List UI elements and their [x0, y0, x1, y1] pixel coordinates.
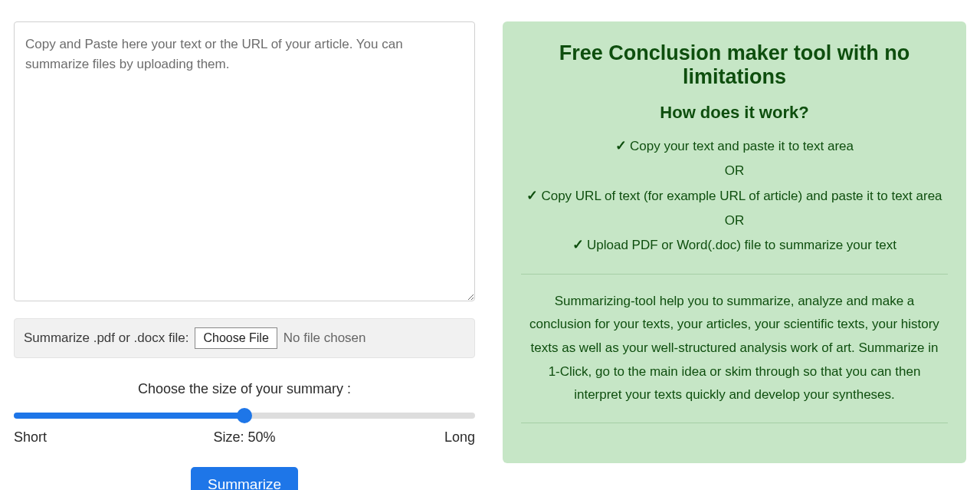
info-title: Free Conclusion maker tool with no limit… [521, 41, 948, 89]
file-status-text: No file chosen [284, 331, 366, 346]
summarize-button[interactable]: Summarize [191, 467, 298, 490]
info-step-2-text: Copy URL of text (for example URL of art… [541, 189, 942, 203]
slider-section: Choose the size of your summary : Short … [14, 381, 475, 446]
file-upload-label: Summarize .pdf or .docx file: [24, 331, 188, 346]
choose-file-button[interactable]: Choose File [195, 327, 277, 349]
check-icon: ✓ [615, 133, 627, 159]
info-divider [521, 274, 948, 275]
info-step-1: ✓Copy your text and paste it to text are… [521, 133, 948, 159]
info-divider-bottom [521, 423, 948, 423]
text-input[interactable] [14, 21, 475, 301]
info-step-3-text: Upload PDF or Word(.doc) file to summari… [587, 238, 896, 252]
slider-long-label: Long [444, 429, 475, 446]
info-description: Summarizing-tool help you to summarize, … [521, 290, 948, 407]
info-step-2: ✓Copy URL of text (for example URL of ar… [521, 183, 948, 209]
info-or-1: OR [521, 159, 948, 183]
info-step-1-text: Copy your text and paste it to text area [630, 139, 854, 153]
slider-labels: Short Size: 50% Long [14, 429, 475, 446]
info-step-3: ✓Upload PDF or Word(.doc) file to summar… [521, 232, 948, 258]
right-panel: Free Conclusion maker tool with no limit… [503, 21, 966, 490]
check-icon: ✓ [526, 183, 538, 209]
slider-size-label: Size: 50% [213, 429, 275, 446]
left-panel: Summarize .pdf or .docx file: Choose Fil… [14, 21, 475, 490]
slider-wrapper [14, 408, 475, 422]
info-box: Free Conclusion maker tool with no limit… [503, 21, 966, 463]
slider-title: Choose the size of your summary : [14, 381, 475, 397]
info-steps-list: ✓Copy your text and paste it to text are… [521, 133, 948, 258]
info-or-2: OR [521, 209, 948, 232]
check-icon: ✓ [572, 232, 584, 258]
file-upload-bar: Summarize .pdf or .docx file: Choose Fil… [14, 318, 475, 358]
slider-short-label: Short [14, 429, 47, 446]
main-container: Summarize .pdf or .docx file: Choose Fil… [14, 21, 966, 490]
info-subtitle: How does it work? [521, 103, 948, 123]
size-slider[interactable] [14, 413, 475, 419]
